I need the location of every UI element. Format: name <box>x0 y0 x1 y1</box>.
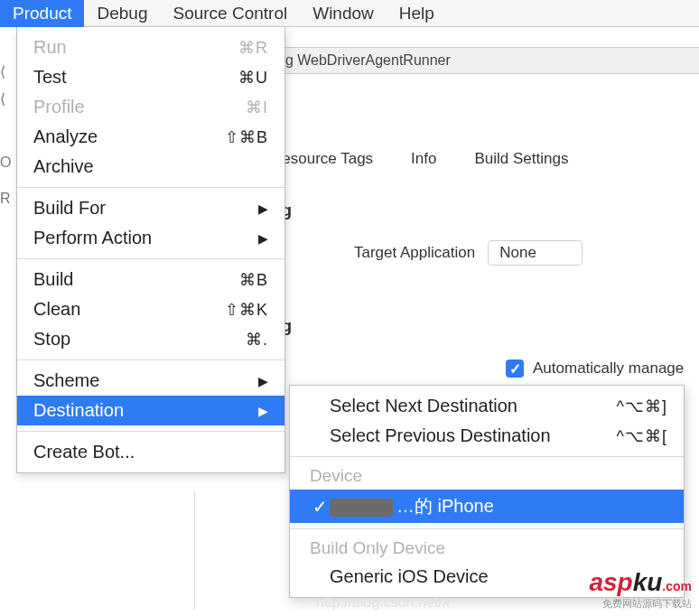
menu-item-build-for-label: Build For <box>33 198 106 219</box>
sub-item-device-iphone[interactable]: ✓ …的 iPhone <box>290 490 684 523</box>
redacted-name <box>330 499 393 517</box>
menu-separator <box>17 258 284 259</box>
menu-item-profile-shortcut: ⌘I <box>246 98 268 117</box>
sub-item-select-prev[interactable]: Select Previous Destination ^⌥⌘[ <box>290 421 684 451</box>
chevron-right-icon: ▶ <box>258 231 268 246</box>
menu-item-test[interactable]: Test ⌘U <box>17 62 284 92</box>
menu-item-test-shortcut: ⌘U <box>238 68 268 88</box>
sub-item-select-next-shortcut: ^⌥⌘] <box>617 397 667 416</box>
menu-item-stop[interactable]: Stop ⌘. <box>17 324 284 354</box>
watermark-brand: aspku.com 免费网站源码下载站 <box>589 568 692 611</box>
tab-build-settings[interactable]: Build Settings <box>474 150 568 175</box>
menu-debug[interactable]: Debug <box>84 0 160 27</box>
tab-info[interactable]: Info <box>411 150 436 175</box>
watermark-tagline: 免费网站源码下载站 <box>602 598 692 609</box>
menu-item-run[interactable]: Run ⌘R <box>17 33 284 62</box>
menu-item-stop-label: Stop <box>33 329 70 350</box>
watermark-url: http://blog.csdn.net/x <box>316 594 450 611</box>
menu-source-control[interactable]: Source Control <box>160 0 300 27</box>
target-application-row: Target Application None <box>354 240 582 266</box>
menu-product[interactable]: Product <box>0 0 84 27</box>
side-panel-edge <box>16 492 195 610</box>
left-toolbar: ⟨⟨OR <box>0 27 16 488</box>
menu-item-perform-action-label: Perform Action <box>33 228 152 248</box>
menu-item-archive-label: Archive <box>33 156 94 177</box>
auto-signing-checkbox[interactable]: ✓ <box>506 359 524 378</box>
menu-item-analyze-label: Analyze <box>33 126 98 147</box>
sub-item-select-prev-shortcut: ^⌥⌘[ <box>617 426 667 446</box>
sub-header-build-only: Build Only Device <box>290 535 684 562</box>
target-application-select[interactable]: None <box>488 240 582 266</box>
chevron-right-icon: ▶ <box>258 404 268 418</box>
menu-item-create-bot-label: Create Bot... <box>33 442 135 462</box>
menu-item-stop-shortcut: ⌘. <box>246 330 268 350</box>
menu-item-profile[interactable]: Profile ⌘I <box>17 92 284 122</box>
menu-separator <box>290 528 684 529</box>
tab-resource-tags[interactable]: Resource Tags <box>271 150 373 175</box>
menu-separator <box>17 187 284 188</box>
menu-help[interactable]: Help <box>387 0 447 27</box>
destination-submenu: Select Next Destination ^⌥⌘] Select Prev… <box>289 385 685 598</box>
menu-item-test-label: Test <box>33 67 67 88</box>
editor-tabs: Resource Tags Info Build Settings <box>271 150 699 175</box>
menu-item-scheme[interactable]: Scheme ▶ <box>17 366 284 396</box>
menu-item-scheme-label: Scheme <box>33 370 99 391</box>
menu-item-build-shortcut: ⌘B <box>239 270 268 290</box>
menu-item-build[interactable]: Build ⌘B <box>17 265 284 294</box>
menu-item-destination[interactable]: Destination ▶ <box>17 396 284 425</box>
menu-item-build-for[interactable]: Build For ▶ <box>17 193 284 223</box>
menu-separator <box>290 456 684 457</box>
activity-runner-bar: ng WebDriverAgentRunner <box>271 47 699 74</box>
menu-item-analyze-shortcut: ⇧⌘B <box>225 127 268 147</box>
menu-separator <box>17 359 284 360</box>
menu-window[interactable]: Window <box>300 0 387 27</box>
chevron-right-icon: ▶ <box>258 374 268 388</box>
chevron-right-icon: ▶ <box>258 201 268 216</box>
auto-signing-row: ✓ Automatically manage <box>506 359 684 378</box>
menu-item-profile-label: Profile <box>33 97 85 117</box>
menu-item-clean-label: Clean <box>33 299 80 320</box>
sub-item-select-next-label: Select Next Destination <box>330 396 617 416</box>
menu-item-run-shortcut: ⌘R <box>238 38 268 58</box>
menu-separator <box>17 431 284 432</box>
sub-item-select-next[interactable]: Select Next Destination ^⌥⌘] <box>290 391 684 421</box>
menubar: Product Debug Source Control Window Help <box>0 0 699 27</box>
menu-item-clean[interactable]: Clean ⇧⌘K <box>17 294 284 324</box>
checkmark-icon: ✓ <box>310 496 330 518</box>
target-application-label: Target Application <box>354 244 475 262</box>
sub-header-device: Device <box>290 462 684 490</box>
menu-item-destination-label: Destination <box>33 400 124 421</box>
menu-item-clean-shortcut: ⇧⌘K <box>225 300 268 320</box>
menu-item-analyze[interactable]: Analyze ⇧⌘B <box>17 122 284 152</box>
product-menu-dropdown: Run ⌘R Test ⌘U Profile ⌘I Analyze ⇧⌘B Ar… <box>16 27 285 473</box>
menu-item-run-label: Run <box>33 37 67 58</box>
menu-item-archive[interactable]: Archive <box>17 152 284 182</box>
menu-item-create-bot[interactable]: Create Bot... <box>17 437 284 467</box>
sub-item-select-prev-label: Select Previous Destination <box>330 425 617 446</box>
auto-signing-label: Automatically manage <box>533 359 684 378</box>
runner-text: ng WebDriverAgentRunner <box>277 52 451 69</box>
menu-item-build-label: Build <box>33 269 73 290</box>
sub-item-device-iphone-label: …的 iPhone <box>330 494 667 518</box>
menu-item-perform-action[interactable]: Perform Action ▶ <box>17 223 284 253</box>
